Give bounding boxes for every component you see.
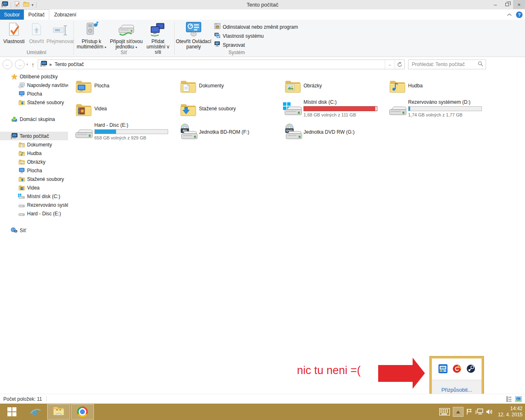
videos-icon bbox=[18, 185, 25, 191]
music-icon bbox=[18, 150, 25, 157]
details-view-icon[interactable] bbox=[506, 396, 512, 402]
sidebar-item[interactable]: Dokumenty bbox=[0, 140, 68, 149]
back-button[interactable]: ← bbox=[2, 59, 12, 69]
tab-computer[interactable]: Počítač bbox=[24, 9, 49, 20]
pictures-icon bbox=[18, 159, 25, 165]
map-network-drive-button[interactable]: Připojit síťovou jednotku ▾ bbox=[109, 21, 144, 50]
taskbar-ie-button[interactable]: e bbox=[23, 404, 47, 420]
close-button[interactable]: × bbox=[513, 0, 525, 9]
divider bbox=[46, 396, 47, 402]
desktop-icon bbox=[18, 91, 25, 97]
optical-item[interactable]: DVDJednotka DVD RW (G:) bbox=[282, 121, 385, 144]
sidebar-item[interactable]: Stažené soubory bbox=[0, 175, 68, 183]
action-center-flag-icon[interactable] bbox=[466, 409, 472, 415]
sidebar-item-label: Místní disk (C:) bbox=[27, 194, 60, 199]
system-properties-button[interactable]: Vlastnosti systému bbox=[214, 32, 264, 40]
folder-item[interactable]: Videa bbox=[73, 98, 176, 121]
volume-icon[interactable] bbox=[486, 409, 493, 415]
new-folder-qat-button[interactable] bbox=[23, 1, 30, 9]
status-bar: Počet položek: 11 bbox=[0, 394, 525, 404]
tab-view[interactable]: Zobrazení bbox=[49, 9, 81, 20]
sidebar-item[interactable]: Síť bbox=[0, 226, 68, 235]
ribbon-group-label: Umístění bbox=[0, 50, 73, 55]
uninstall-program-button[interactable]: Odinstalovat nebo změnit program bbox=[214, 23, 298, 31]
sidebar-item[interactable]: Hard - Disc (E:) bbox=[0, 209, 68, 218]
folder-item[interactable]: Dokumenty bbox=[178, 75, 280, 97]
customize-link[interactable]: Přizpůsobit... bbox=[441, 387, 472, 393]
address-bar: ← → ▾ ↑ ▶ Tento počítač ⌄ bbox=[0, 57, 525, 71]
restore-button[interactable] bbox=[501, 0, 513, 9]
chrome-icon bbox=[77, 406, 88, 417]
sidebar-item[interactable]: Naposledy navštívené bbox=[0, 81, 68, 89]
breadcrumb-caret-icon: ▶ bbox=[50, 63, 52, 66]
search-icon[interactable] bbox=[478, 61, 483, 68]
sidebar-item[interactable]: Oblíbené položky bbox=[0, 72, 68, 81]
sidebar-item[interactable]: Plocha bbox=[0, 89, 68, 98]
rename-button[interactable]: Přejmenovat bbox=[44, 21, 76, 44]
ccleaner-icon[interactable]: C bbox=[452, 364, 461, 374]
help-icon[interactable]: ? bbox=[516, 11, 523, 18]
sidebar-item[interactable]: Tento počítač bbox=[0, 132, 68, 140]
open-control-panel-button[interactable]: Otevřít Ovládací panely bbox=[176, 21, 212, 50]
item-label: Rezervováno systémem (D:) bbox=[408, 99, 482, 105]
drive-item[interactable]: Rezervováno systémem (D:)1,74 GB volných… bbox=[387, 98, 489, 121]
computer-icon bbox=[11, 133, 18, 139]
sidebar-item-label: Oblíbené položky bbox=[20, 74, 58, 80]
item-label: Místní disk (C:) bbox=[304, 99, 377, 105]
breadcrumb[interactable]: ▶ Tento počítač ⌄ bbox=[38, 59, 405, 69]
taskbar-explorer-button[interactable] bbox=[47, 404, 70, 420]
start-button[interactable] bbox=[0, 404, 23, 420]
folder-item[interactable]: Hudba bbox=[387, 75, 489, 97]
previous-locations-icon[interactable]: ⌄ bbox=[385, 60, 395, 69]
computer-icon bbox=[40, 61, 47, 68]
blue-app-icon[interactable] bbox=[438, 364, 447, 374]
drive-item[interactable]: Místní disk (C:)1,68 GB volných z 111 GB bbox=[282, 98, 385, 121]
recent-locations-icon[interactable]: ▾ bbox=[26, 62, 28, 66]
taskbar-chrome-button[interactable] bbox=[71, 404, 94, 420]
refresh-icon[interactable] bbox=[395, 60, 404, 69]
documents-icon bbox=[18, 142, 25, 148]
drive-item[interactable]: Hard - Disc (E:)658 GB volných z 929 GB bbox=[73, 121, 176, 144]
sidebar-item-label: Plocha bbox=[27, 91, 42, 97]
sidebar-item[interactable]: Domácí skupina bbox=[0, 115, 68, 123]
search-input[interactable] bbox=[409, 62, 478, 67]
folder-item[interactable]: Obrázky bbox=[282, 75, 385, 97]
divider bbox=[36, 2, 37, 8]
breadcrumb-location[interactable]: Tento počítač bbox=[55, 62, 84, 67]
qat-dropdown-icon[interactable]: ▾ bbox=[32, 3, 34, 7]
sidebar-item[interactable]: Videa bbox=[0, 183, 68, 192]
sidebar-item-label: Stažené soubory bbox=[27, 100, 64, 105]
manage-button[interactable]: Spravovat bbox=[214, 41, 245, 49]
clock[interactable]: 14:42 12. 4. 2015 bbox=[498, 406, 523, 418]
collapse-ribbon-icon[interactable] bbox=[507, 13, 512, 16]
network-icon[interactable] bbox=[475, 409, 483, 415]
optical-item[interactable]: BDJednotka BD-ROM (F:) bbox=[178, 121, 280, 144]
thumbnails-view-icon[interactable] bbox=[515, 396, 522, 402]
steam-icon[interactable] bbox=[466, 364, 475, 374]
folder-item[interactable]: Plocha bbox=[73, 75, 176, 97]
show-hidden-icons-button[interactable] bbox=[453, 407, 463, 417]
uninstall-icon bbox=[214, 23, 221, 31]
drive-icon bbox=[18, 210, 25, 217]
sidebar-item-label: Síť bbox=[20, 228, 26, 233]
sidebar-item[interactable]: Obrázky bbox=[0, 158, 68, 166]
folder-item[interactable]: Stažené soubory bbox=[178, 98, 280, 121]
sidebar-item[interactable]: Stažené soubory bbox=[0, 98, 68, 107]
open-button[interactable]: Otevřít bbox=[26, 21, 47, 44]
sidebar-item[interactable]: Hudba bbox=[0, 149, 68, 158]
properties-qat-button[interactable] bbox=[14, 1, 21, 9]
up-button[interactable]: ↑ bbox=[32, 61, 35, 68]
rename-icon bbox=[53, 23, 68, 38]
forward-button[interactable]: → bbox=[15, 59, 25, 69]
tab-file[interactable]: Soubor bbox=[0, 9, 24, 20]
sidebar-item[interactable]: Rezervováno systémem (D:) bbox=[0, 201, 68, 209]
navigation-pane: Oblíbené položkyNaposledy navštívenéPloc… bbox=[0, 72, 68, 394]
free-space-text: 658 GB volných z 929 GB bbox=[94, 135, 168, 140]
touch-keyboard-icon[interactable] bbox=[439, 408, 450, 415]
capacity-bar bbox=[94, 129, 168, 134]
sidebar-item[interactable]: Místní disk (C:) bbox=[0, 192, 68, 201]
minimize-button[interactable]: – bbox=[489, 0, 501, 9]
sidebar-item[interactable]: Plocha bbox=[0, 166, 68, 175]
properties-button[interactable]: Vlastnosti bbox=[2, 21, 25, 44]
media-access-button[interactable]: Přístup k multimédiím ▾ bbox=[75, 21, 107, 50]
